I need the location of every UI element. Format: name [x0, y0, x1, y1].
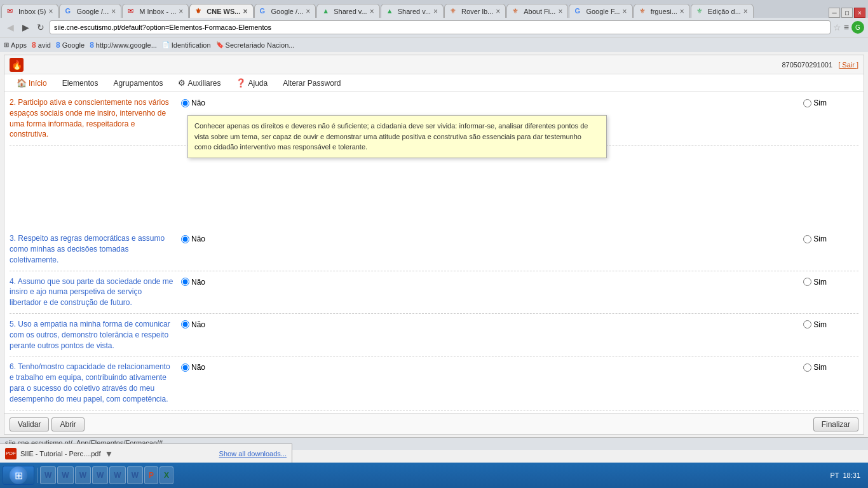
start-orb: ⊞ — [10, 466, 27, 484]
minimize-button[interactable]: ─ — [829, 8, 840, 18]
tab-close-about[interactable]: × — [558, 7, 562, 16]
taskbar-powerpoint[interactable]: P — [144, 466, 158, 484]
sair-link[interactable]: [ Sair ] — [838, 61, 858, 69]
tab-shared2[interactable]: ▲ Shared v... × — [381, 4, 444, 18]
word-icon-3: W — [79, 471, 86, 480]
radio-input-nao-4[interactable] — [181, 278, 189, 286]
radio-nao-5[interactable]: Não — [181, 320, 205, 329]
tab-close-cne[interactable]: × — [243, 7, 247, 16]
tab-close-inbox2[interactable]: × — [179, 7, 183, 16]
address-input[interactable] — [50, 20, 831, 34]
tab-close-inbox[interactable]: × — [48, 7, 53, 16]
tab-icon-cne: ⚜ — [195, 7, 204, 16]
tab-close-freg[interactable]: × — [680, 7, 684, 16]
radio-nao-4[interactable]: Não — [181, 278, 205, 287]
radio-sim-6[interactable]: Sim — [803, 363, 827, 372]
bookmark-star-icon[interactable]: ☆ — [833, 22, 841, 32]
taskbar-word-4[interactable]: W — [92, 466, 108, 484]
close-button[interactable]: × — [854, 8, 865, 18]
bookmark-apps[interactable]: ⊞ Apps — [4, 41, 27, 49]
nav-item-inicio[interactable]: 🏠 Início — [10, 76, 54, 90]
bookmark-label-apps: Apps — [11, 41, 27, 49]
forward-button[interactable]: ▶ — [19, 21, 32, 34]
radio-nao-3[interactable]: Não — [181, 234, 205, 243]
nav-item-auxiliares[interactable]: ⚙ Auxiliares — [171, 76, 227, 90]
bookmark-secretariado[interactable]: 🔖 Secretariado Nacion... — [216, 41, 295, 49]
nav-item-password[interactable]: Alterar Password — [276, 77, 348, 90]
tab-shared1[interactable]: ▲ Shared v... × — [316, 4, 379, 18]
radio-input-nao-5[interactable] — [181, 320, 189, 329]
radio-sim-2[interactable]: Sim — [803, 98, 827, 107]
tab-inbox2[interactable]: ✉ M Inbox - ... × — [122, 4, 189, 18]
tab-cne[interactable]: ⚜ CNE WS... × — [189, 4, 253, 18]
tab-bar: ✉ Inbox (5) × G Google /... × ✉ M Inbox … — [0, 0, 868, 18]
radio-input-nao-3[interactable] — [181, 235, 189, 243]
browser-menu-icon[interactable]: ≡ — [844, 22, 849, 32]
options-area-3: Não Sim — [181, 233, 858, 243]
tab-label-google3: Google F... — [586, 8, 620, 15]
tab-close-shared2[interactable]: × — [433, 7, 438, 16]
radio-input-sim-3[interactable] — [803, 235, 811, 243]
tab-google1[interactable]: G Google /... × — [59, 4, 121, 18]
radio-sim-4[interactable]: Sim — [803, 278, 827, 287]
tab-freg[interactable]: ⚜ frguesi... × — [634, 4, 690, 18]
refresh-button[interactable]: ↻ — [34, 21, 47, 34]
radio-input-sim-6[interactable] — [803, 363, 811, 372]
nav-label-ajuda: Ajuda — [248, 79, 268, 88]
tab-label-shared1: Shared v... — [334, 8, 367, 15]
taskbar-word-1[interactable]: W — [40, 466, 56, 484]
bookmark-avid[interactable]: 8 avid — [32, 41, 51, 50]
taskbar-word-3[interactable]: W — [75, 466, 91, 484]
tab-google2[interactable]: G Google /... × — [254, 4, 316, 18]
taskbar-word-5[interactable]: W — [109, 466, 125, 484]
radio-input-sim-5[interactable] — [803, 320, 811, 329]
start-button[interactable]: ⊞ — [3, 466, 34, 485]
tab-label-google2: Google /... — [271, 8, 304, 15]
taskbar-excel[interactable]: X — [159, 466, 173, 484]
options-area-4: Não Sim — [181, 276, 858, 287]
radio-input-sim-4[interactable] — [803, 278, 811, 286]
finalizar-button[interactable]: Finalizar — [813, 417, 858, 431]
secretariado-icon: 🔖 — [216, 41, 224, 48]
back-button[interactable]: ◀ — [4, 21, 17, 34]
radio-input-nao-6[interactable] — [181, 363, 189, 372]
bookmark-google-url[interactable]: 8 http://www.google... — [90, 41, 157, 50]
tab-edicao[interactable]: ⚜ Edição d... × — [691, 4, 754, 18]
tab-close-edicao[interactable]: × — [743, 7, 748, 16]
question-row-3: 3. Respeito as regras democráticas e ass… — [10, 228, 858, 271]
tab-close-google2[interactable]: × — [306, 7, 310, 16]
inicio-icon: 🏠 — [17, 78, 27, 88]
taskbar-word-2[interactable]: W — [57, 466, 73, 484]
taskbar-word-6[interactable]: W — [127, 466, 143, 484]
radio-input-sim-2[interactable] — [803, 99, 811, 107]
tab-google3[interactable]: G Google F... × — [569, 4, 632, 18]
tab-about[interactable]: ⚜ About Fi... × — [506, 4, 568, 18]
google-icon: 8 — [56, 41, 60, 50]
abrir-button[interactable]: Abrir — [51, 417, 84, 431]
tooltip-q2: Conhecer apenas os direitos e deveres nã… — [187, 115, 607, 158]
bookmark-google[interactable]: 8 Google — [56, 41, 85, 50]
validar-button[interactable]: Validar — [10, 417, 49, 431]
radio-input-nao-2[interactable] — [181, 99, 189, 107]
bookmark-label-identification: Identification — [172, 41, 211, 49]
app-container: 🔥 8705070291001 [ Sair ] 🏠 Início Elemen… — [4, 55, 864, 435]
tab-rover[interactable]: ⚜ Rover lb... × — [444, 4, 506, 18]
question-row-5: 5. Uso a empatia na minha forma de comun… — [10, 314, 858, 356]
tab-close-google3[interactable]: × — [623, 7, 627, 16]
nav-item-agrupamentos[interactable]: Agrupamentos — [106, 77, 170, 90]
radio-sim-3[interactable]: Sim — [803, 234, 827, 243]
options-spread-6: Não Sim — [181, 363, 858, 372]
question-row-2: 2. Participo ativa e conscientemente nos… — [10, 92, 858, 146]
radio-nao-2[interactable]: Não — [181, 98, 205, 107]
nav-item-ajuda[interactable]: ❓ Ajuda — [229, 76, 275, 90]
radio-sim-5[interactable]: Sim — [803, 320, 827, 329]
tab-inbox[interactable]: ✉ Inbox (5) × — [1, 4, 58, 18]
show-all-downloads-link[interactable]: Show all downloads... — [219, 450, 287, 458]
tab-close-shared1[interactable]: × — [370, 7, 374, 16]
tab-close-rover[interactable]: × — [496, 7, 500, 16]
radio-nao-6[interactable]: Não — [181, 363, 205, 372]
tab-close-google1[interactable]: × — [111, 7, 116, 16]
nav-item-elementos[interactable]: Elementos — [55, 77, 105, 90]
bookmark-identification[interactable]: 📄 Identification — [162, 41, 211, 49]
maximize-button[interactable]: □ — [841, 8, 853, 18]
